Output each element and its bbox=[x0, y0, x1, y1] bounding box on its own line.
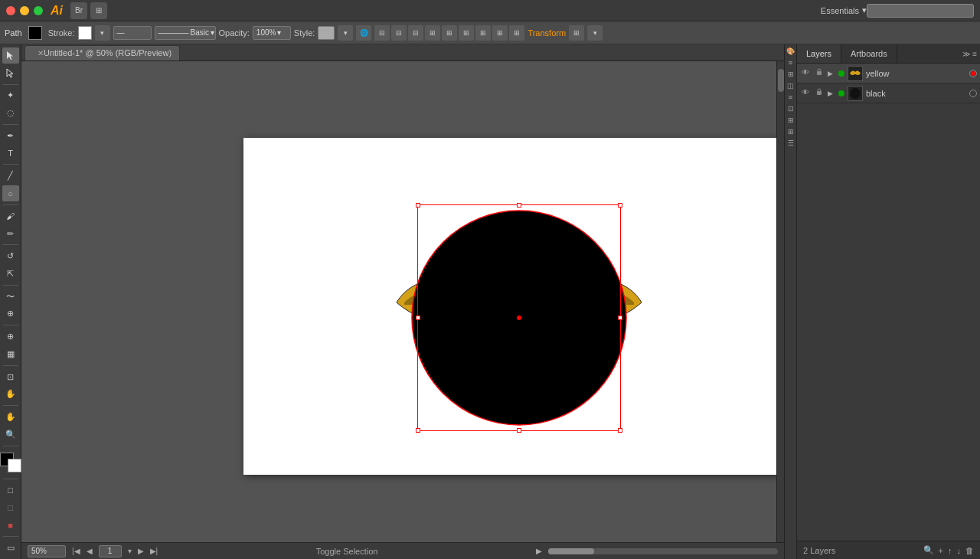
opacity-value[interactable]: 100% ▾ bbox=[253, 26, 291, 40]
slice-tool[interactable]: ⊡ bbox=[2, 369, 19, 385]
ellipse-tool[interactable]: ○ bbox=[2, 185, 19, 201]
essentials-dropdown[interactable]: Essentials ▾ bbox=[821, 5, 867, 15]
stroke-options-icon[interactable]: ▾ bbox=[95, 25, 110, 41]
page-number[interactable]: 1 bbox=[99, 545, 122, 557]
panel-icon-4[interactable]: ◫ bbox=[786, 82, 795, 91]
layer-expand-black[interactable]: ▶ bbox=[828, 90, 835, 97]
align-right-icon[interactable]: ⊟ bbox=[408, 25, 423, 41]
panel-icon-7[interactable]: ⊞ bbox=[786, 116, 795, 126]
layer-lock-yellow[interactable] bbox=[814, 68, 825, 79]
distribute2-icon[interactable]: ⊞ bbox=[492, 25, 508, 41]
layer-eye-yellow[interactable]: 👁 bbox=[800, 68, 811, 79]
layer-row-yellow[interactable]: 👁 ▶ yellow bbox=[797, 64, 980, 83]
layers-delete-icon[interactable]: 🗑 bbox=[965, 546, 974, 555]
fill-swatch[interactable] bbox=[28, 26, 42, 40]
layer-color-yellow bbox=[838, 70, 844, 77]
layer-eye-black[interactable]: 👁 bbox=[800, 88, 811, 99]
transform-button[interactable]: Transform bbox=[528, 28, 566, 38]
style-swatch[interactable] bbox=[318, 26, 335, 40]
chart-tool[interactable]: ▦ bbox=[2, 346, 19, 362]
panel-icon-6[interactable]: ⊡ bbox=[786, 105, 795, 114]
distribute-icon[interactable]: ⊞ bbox=[475, 25, 491, 41]
layer-expand-yellow[interactable]: ▶ bbox=[828, 70, 835, 77]
panel-icon-3[interactable]: ⊞ bbox=[786, 70, 795, 80]
scale-tool[interactable]: ⇱ bbox=[2, 266, 19, 282]
stroke-style-label: ———— bbox=[158, 28, 189, 37]
align-middle-icon[interactable]: ⊞ bbox=[442, 25, 457, 41]
layer-row-black[interactable]: 👁 ▶ black bbox=[797, 83, 980, 103]
panel-icon-2[interactable]: ≡ bbox=[786, 59, 795, 68]
panel-icon-9[interactable]: ☰ bbox=[786, 139, 795, 149]
align-center-icon[interactable]: ⊟ bbox=[391, 25, 407, 41]
layers-add-icon[interactable]: + bbox=[939, 546, 943, 555]
draw-inside-icon[interactable]: ■ bbox=[2, 518, 19, 534]
h-scroll-thumb[interactable] bbox=[548, 548, 594, 554]
nav-prev[interactable]: ◀ bbox=[87, 547, 93, 555]
panel-icon-5[interactable]: ≡ bbox=[786, 93, 795, 103]
maximize-button[interactable] bbox=[34, 6, 43, 15]
more-options-icon[interactable]: ▾ bbox=[587, 25, 603, 41]
align-left-icon[interactable]: ⊟ bbox=[374, 25, 390, 41]
layers-tab[interactable]: Layers bbox=[797, 44, 841, 63]
bottom-bar: 50% |◀ ◀ 1 ▾ ▶ ▶| Toggle Selection ▶ bbox=[21, 542, 784, 559]
app-logo: Ai bbox=[51, 4, 63, 18]
workspace-icon[interactable]: ⊞ bbox=[90, 2, 107, 19]
stroke-swatch[interactable] bbox=[78, 26, 92, 40]
artboards-tab[interactable]: Artboards bbox=[841, 44, 897, 63]
background-color[interactable] bbox=[8, 459, 21, 472]
zoom-input[interactable]: 50% bbox=[28, 545, 66, 557]
search-field[interactable] bbox=[867, 4, 974, 18]
type-tool[interactable]: T bbox=[2, 145, 19, 162]
rotate-tool[interactable]: ↺ bbox=[2, 248, 19, 264]
zoom-tool[interactable]: 🔍 bbox=[2, 427, 19, 443]
globe-icon[interactable]: 🌐 bbox=[356, 25, 371, 41]
align-bottom-icon[interactable]: ⊞ bbox=[459, 25, 474, 41]
status-nav-icon[interactable]: ▶ bbox=[536, 547, 542, 555]
nav-next-next[interactable]: ▶| bbox=[150, 547, 158, 555]
layers-options-icon[interactable]: ≡ bbox=[972, 50, 977, 58]
tab-close-icon[interactable]: ✕ bbox=[38, 49, 44, 57]
zoom-value: 50% bbox=[31, 547, 47, 555]
hand-tool[interactable]: ✋ bbox=[2, 409, 19, 425]
normal-draw-icon[interactable]: □ bbox=[2, 482, 19, 499]
panel-icon-8[interactable]: ⊞ bbox=[786, 128, 795, 137]
stroke-weight[interactable]: — bbox=[113, 26, 152, 40]
v-scroll-thumb[interactable] bbox=[778, 69, 784, 92]
layers-move-down-icon[interactable]: ↓ bbox=[957, 546, 962, 555]
magic-wand-tool[interactable]: ✦ bbox=[2, 87, 19, 103]
warp-tool[interactable]: 〜 bbox=[2, 289, 19, 305]
transform-options-icon[interactable]: ⊞ bbox=[569, 25, 584, 41]
document-tab[interactable]: ✕ Untitled-1* @ 50% (RGB/Preview) bbox=[24, 45, 180, 60]
line-tool[interactable]: ╱ bbox=[2, 168, 19, 184]
layers-search-icon[interactable]: 🔍 bbox=[923, 545, 934, 555]
vertical-scrollbar[interactable] bbox=[776, 61, 784, 542]
close-button[interactable] bbox=[6, 6, 15, 15]
direct-selection-tool[interactable] bbox=[2, 65, 19, 81]
draw-behind-icon[interactable]: □ bbox=[2, 500, 19, 516]
layer-lock-black[interactable] bbox=[814, 88, 825, 99]
bridge-icon[interactable]: Br bbox=[70, 2, 87, 19]
nav-next-chevron[interactable]: ▾ bbox=[128, 547, 132, 555]
color-panel-icon[interactable]: 🎨 bbox=[786, 47, 795, 57]
eyedropper-tool[interactable]: ✋ bbox=[2, 387, 19, 403]
align-options-icon[interactable]: ⊞ bbox=[509, 25, 524, 41]
style-chevron[interactable]: ▾ bbox=[338, 25, 353, 41]
canvas-area[interactable] bbox=[21, 61, 784, 542]
horizontal-scrollbar[interactable] bbox=[548, 548, 778, 554]
minimize-button[interactable] bbox=[20, 6, 29, 15]
layers-menu-icon[interactable]: ≫ bbox=[962, 50, 970, 58]
free-transform-tool[interactable]: ⊕ bbox=[2, 306, 19, 322]
lasso-tool[interactable]: ◌ bbox=[2, 105, 19, 121]
align-top-icon[interactable]: ⊞ bbox=[425, 25, 440, 41]
tab-title: Untitled-1* @ 50% (RGB/Preview) bbox=[44, 48, 172, 57]
nav-next[interactable]: ▶ bbox=[138, 547, 144, 555]
pen-tool[interactable]: ✒ bbox=[2, 128, 19, 144]
screen-mode-icon[interactable]: ▭ bbox=[2, 540, 19, 556]
stroke-style[interactable]: ———— Basic ▾ bbox=[155, 26, 216, 40]
paintbrush-tool[interactable]: 🖌 bbox=[2, 208, 19, 224]
shape-builder-tool[interactable]: ⊕ bbox=[2, 329, 19, 345]
selection-tool[interactable] bbox=[2, 47, 19, 64]
nav-prev-prev[interactable]: |◀ bbox=[72, 547, 80, 555]
layers-move-up-icon[interactable]: ↑ bbox=[948, 546, 952, 555]
pencil-tool[interactable]: ✏ bbox=[2, 226, 19, 242]
